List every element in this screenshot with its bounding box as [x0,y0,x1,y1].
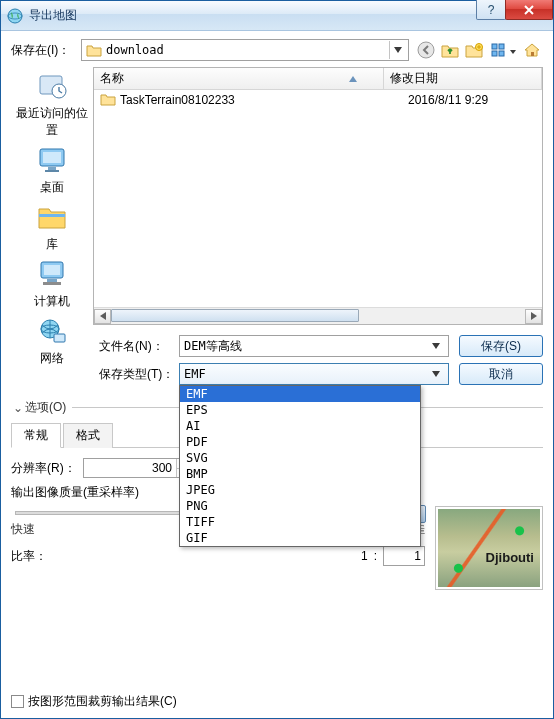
window-title: 导出地图 [29,7,77,24]
clip-checkbox-label: 按图形范围裁剪输出结果(C) [28,693,177,710]
filetype-option[interactable]: TIFF [180,514,420,530]
chevron-down-icon[interactable] [389,41,406,59]
clip-checkbox-row[interactable]: 按图形范围裁剪输出结果(C) [11,693,543,710]
close-button[interactable] [505,0,553,20]
filetype-option[interactable]: PDF [180,434,420,450]
svg-rect-8 [499,51,504,56]
chevron-down-icon[interactable] [427,343,444,349]
svg-rect-7 [492,51,497,56]
titlebar: 导出地图 ? [1,1,553,31]
svg-rect-5 [492,44,497,49]
up-folder-button[interactable] [439,39,461,61]
cancel-button[interactable]: 取消 [459,363,543,385]
resolution-input[interactable]: 300 [83,458,193,478]
filetype-option[interactable]: BMP [180,466,420,482]
tab-general[interactable]: 常规 [11,423,61,448]
svg-point-0 [8,9,22,23]
ratio-label: 比率： [11,548,61,565]
svg-rect-19 [47,279,57,282]
window-buttons: ? [477,0,553,20]
filename-label: 文件名(N)： [99,338,179,355]
scroll-thumb[interactable] [111,309,359,322]
folder-icon [86,42,102,58]
save-in-combo[interactable]: download [81,39,409,61]
svg-text:?: ? [488,3,495,17]
column-date[interactable]: 修改日期 [384,68,504,89]
scroll-left-icon[interactable] [94,309,111,324]
preview-label: Djibouti [486,550,534,565]
chevron-down-icon [510,43,516,57]
collapse-icon: ⌄ [11,401,25,415]
ratio-row: 比率： 1 : 1 [11,546,425,566]
filetype-row: 保存类型(T)： EMF 取消 EMFEPSAIPDFSVGBMPJPEGPNG… [99,363,543,385]
filename-input[interactable]: DEM等高线 [179,335,449,357]
save-in-label: 保存在(I)： [11,42,81,59]
horizontal-scrollbar[interactable] [94,307,542,324]
column-name[interactable]: 名称 [94,68,384,89]
libraries-icon [35,200,69,234]
place-recent[interactable]: 最近访问的位置 [15,69,89,139]
app-icon [7,8,23,24]
filetype-option[interactable]: EMF [180,386,420,402]
filetype-option[interactable]: JPEG [180,482,420,498]
home-button[interactable] [521,39,543,61]
slider-tick-fast: 快速 [11,521,35,538]
folder-icon [100,92,116,108]
checkbox-icon[interactable] [11,695,24,708]
filetype-option[interactable]: EPS [180,402,420,418]
map-preview-image: Djibouti [438,509,540,587]
desktop-icon [35,143,69,177]
svg-rect-13 [43,152,61,163]
filetype-option[interactable]: AI [180,418,420,434]
places-bar: 最近访问的位置 桌面 库 计算机 网络 [11,67,93,325]
filetype-option[interactable]: PNG [180,498,420,514]
svg-rect-6 [499,44,504,49]
filetype-dropdown: EMFEPSAIPDFSVGBMPJPEGPNGTIFFGIF [179,385,421,547]
chevron-down-icon[interactable] [427,371,444,377]
filetype-option[interactable]: GIF [180,530,420,546]
new-folder-button[interactable] [463,39,485,61]
save-in-row: 保存在(I)： download [11,39,543,61]
filetype-combo[interactable]: EMF [179,363,449,385]
filename-row: 文件名(N)： DEM等高线 保存(S) [99,335,543,357]
svg-rect-20 [43,282,61,285]
computer-icon [35,257,69,291]
scroll-track[interactable] [111,309,525,324]
back-button[interactable] [415,39,437,61]
svg-rect-14 [48,167,56,170]
save-button[interactable]: 保存(S) [459,335,543,357]
svg-rect-15 [45,170,59,172]
tab-format[interactable]: 格式 [63,423,113,448]
place-desktop[interactable]: 桌面 [15,143,89,196]
svg-rect-18 [44,265,60,275]
file-list: 名称 修改日期 TaskTerrain08102233 2016/8/11 9:… [93,67,543,325]
column-spacer[interactable] [504,68,542,89]
file-row[interactable]: TaskTerrain08102233 2016/8/11 9:29 [94,90,542,110]
bottom-bar: 按图形范围裁剪输出结果(C) [1,686,553,718]
column-headers: 名称 修改日期 [94,68,542,90]
place-libraries[interactable]: 库 [15,200,89,253]
place-computer[interactable]: 计算机 [15,257,89,310]
view-menu-button[interactable] [487,39,519,61]
file-date: 2016/8/11 9:29 [402,93,536,107]
filetype-option[interactable]: SVG [180,450,420,466]
map-preview: Djibouti [435,506,543,590]
ratio-input[interactable]: 1 [383,546,425,566]
file-name: TaskTerrain08102233 [120,93,402,107]
filetype-label: 保存类型(T)： [99,366,179,383]
resolution-label: 分辨率(R)： [11,460,83,477]
file-toolbar [415,39,543,61]
scroll-right-icon[interactable] [525,309,542,324]
export-map-dialog: 导出地图 ? 保存在(I)： download [0,0,554,719]
save-in-value: download [106,43,389,57]
svg-rect-16 [39,214,65,217]
help-button[interactable]: ? [476,0,506,20]
recent-icon [35,69,69,103]
svg-rect-9 [531,52,534,56]
svg-point-3 [418,42,434,58]
